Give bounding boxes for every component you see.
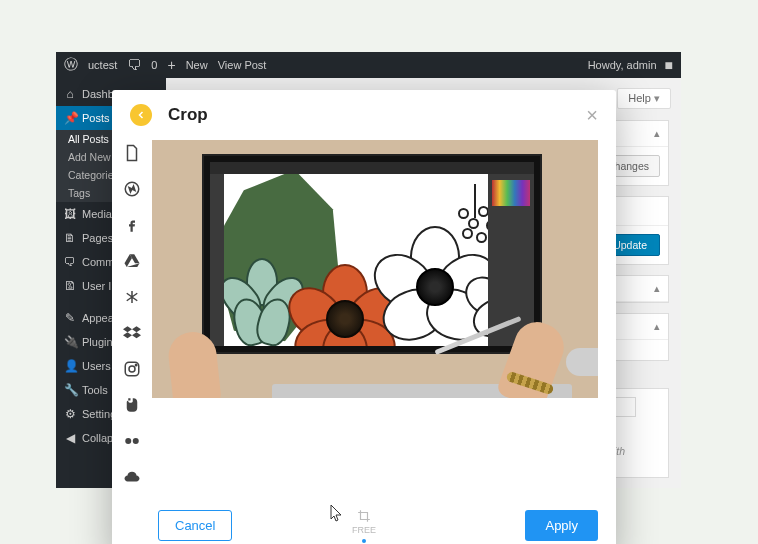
file-icon[interactable] <box>123 144 141 162</box>
cancel-button[interactable]: Cancel <box>158 510 232 541</box>
close-button[interactable]: × <box>586 105 598 125</box>
svg-point-10 <box>129 366 135 372</box>
avatar-icon[interactable]: ■ <box>665 57 673 73</box>
crop-modal: Crop × <box>112 90 616 544</box>
evernote-icon[interactable] <box>123 396 141 414</box>
svg-marker-6 <box>132 326 141 332</box>
modal-overlay: Crop × <box>56 78 681 488</box>
chevron-left-icon <box>135 109 147 121</box>
svg-marker-4 <box>127 263 140 267</box>
view-post-link[interactable]: View Post <box>218 59 267 71</box>
dropbox-icon[interactable] <box>123 324 141 342</box>
crop-image-area <box>152 140 616 486</box>
cursor-arrow-icon <box>330 504 344 526</box>
onedrive-icon[interactable] <box>123 468 141 486</box>
howdy-text[interactable]: Howdy, admin <box>588 59 657 71</box>
compass-icon[interactable] <box>123 180 141 198</box>
modal-title: Crop <box>168 105 208 125</box>
svg-marker-5 <box>123 326 132 332</box>
back-button[interactable] <box>130 104 152 126</box>
svg-marker-8 <box>132 332 141 338</box>
crop-mode-label: FREE <box>352 525 376 535</box>
wp-admin-toolbar: ⓦ uctest 🗨 0 + New View Post Howdy, admi… <box>56 52 681 78</box>
flickr-icon[interactable] <box>123 432 141 450</box>
instagram-icon[interactable] <box>123 360 141 378</box>
svg-point-11 <box>135 364 137 366</box>
apply-button[interactable]: Apply <box>525 510 598 541</box>
gdrive-icon[interactable] <box>123 252 141 270</box>
plus-icon[interactable]: + <box>167 57 175 73</box>
source-tool-rail <box>112 140 152 486</box>
svg-marker-7 <box>123 332 132 338</box>
wordpress-background: ⓦ uctest 🗨 0 + New View Post Howdy, admi… <box>56 52 681 488</box>
new-link[interactable]: New <box>186 59 208 71</box>
svg-marker-1 <box>129 186 135 192</box>
pager-dot-icon <box>362 539 366 543</box>
modal-body <box>112 140 616 500</box>
crop-mode-selector[interactable]: FREE <box>352 509 376 543</box>
wp-logo-icon[interactable]: ⓦ <box>64 56 78 74</box>
svg-marker-3 <box>125 254 133 267</box>
svg-point-13 <box>133 438 139 444</box>
asterisk-icon[interactable] <box>123 288 141 306</box>
crop-preview-image[interactable] <box>152 140 598 398</box>
modal-footer: Cancel FREE Apply <box>112 500 616 544</box>
svg-point-12 <box>125 438 131 444</box>
modal-header: Crop × <box>112 90 616 140</box>
comments-count: 0 <box>151 59 157 71</box>
comments-bubble-icon[interactable]: 🗨 <box>127 57 141 73</box>
facebook-icon[interactable] <box>123 216 141 234</box>
depicted-monitor <box>202 154 542 354</box>
site-name[interactable]: uctest <box>88 59 117 71</box>
crop-icon <box>357 509 371 523</box>
